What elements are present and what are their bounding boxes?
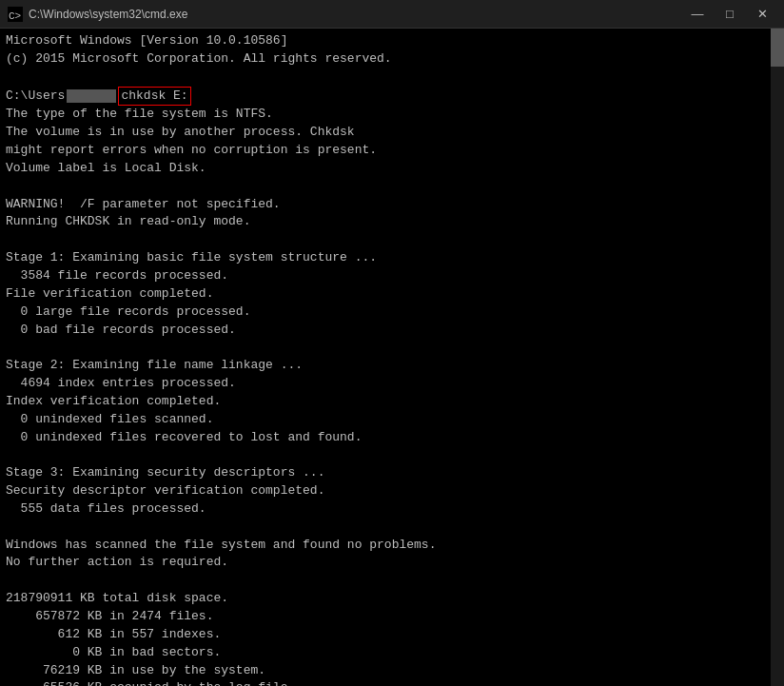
line-might-report: might report errors when no corruption i… (6, 142, 778, 160)
command-highlight: chkdsk E: (118, 87, 190, 107)
line-version: Microsoft Windows [Version 10.0.10586] (6, 32, 778, 50)
title-bar: C> C:\Windows\system32\cmd.exe — □ ✕ (0, 0, 784, 29)
line-index-verify: Index verification completed. (6, 393, 778, 411)
line-0-large: 0 large file records processed. (6, 304, 778, 322)
line-copyright: (c) 2015 Microsoft Corporation. All righ… (6, 50, 778, 69)
line-volume-label: Volume label is Local Disk. (6, 160, 778, 178)
line-file-verify: File verification completed. (6, 285, 778, 304)
line-stage3: Stage 3: Examining security descriptors … (6, 464, 778, 482)
line-0-bad: 0 bad file records processed. (6, 322, 778, 340)
minimize-button[interactable]: — (683, 4, 712, 25)
line-3584: 3584 file records processed. (6, 267, 778, 285)
line-running-chkdsk: Running CHKDSK in read-only mode. (6, 213, 778, 231)
line-stage1: Stage 1: Examining basic file system str… (6, 249, 778, 267)
line-657872: 657872 KB in 2474 files. (6, 608, 778, 626)
line-ntfs: The type of the file system is NTFS. (6, 106, 778, 124)
line-empty-1 (6, 69, 778, 87)
line-empty-3 (6, 231, 778, 249)
line-empty-5 (6, 446, 778, 464)
svg-text:C>: C> (9, 10, 21, 22)
redacted-username (67, 89, 116, 103)
title-bar-left: C> C:\Windows\system32\cmd.exe (8, 7, 187, 22)
line-scanned-found: Windows has scanned the file system and … (6, 537, 778, 555)
line-empty-7 (6, 572, 778, 590)
line-security-descriptor: Security descriptor verification complet… (6, 482, 778, 500)
line-555: 555 data files processed. (6, 500, 778, 519)
cmd-icon: C> (8, 7, 23, 22)
prompt-text: C:\Users (6, 88, 65, 106)
maximize-button[interactable]: □ (715, 4, 744, 25)
line-0-bad-sectors: 0 KB in bad sectors. (6, 644, 778, 662)
line-total-disk: 218790911 KB total disk space. (6, 590, 778, 608)
line-612: 612 KB in 557 indexes. (6, 626, 778, 644)
prompt-line: C:\Users chkdsk E: (6, 87, 778, 107)
scrollbar-thumb[interactable] (771, 29, 784, 67)
line-0-unindexed-scanned: 0 unindexed files scanned. (6, 411, 778, 429)
line-65536: 65536 KB occupied by the log file. (6, 679, 778, 686)
line-warning: WARNING! /F parameter not specified. (6, 196, 778, 214)
window-controls: — □ ✕ (683, 4, 776, 25)
scrollbar[interactable] (771, 29, 784, 686)
line-4694: 4694 index entries processed. (6, 375, 778, 393)
line-stage2: Stage 2: Examining file name linkage ... (6, 357, 778, 375)
line-empty-2 (6, 178, 778, 196)
window-title: C:\Windows\system32\cmd.exe (29, 8, 187, 21)
line-0-unindexed-recovered: 0 unindexed files recovered to lost and … (6, 429, 778, 447)
line-76219: 76219 KB in use by the system. (6, 662, 778, 680)
line-volume-use: The volume is in use by another process.… (6, 124, 778, 142)
line-empty-4 (6, 339, 778, 357)
close-button[interactable]: ✕ (748, 4, 776, 25)
line-no-further: No further action is required. (6, 554, 778, 572)
terminal-body: Microsoft Windows [Version 10.0.10586] (… (0, 29, 784, 686)
line-empty-6 (6, 519, 778, 537)
